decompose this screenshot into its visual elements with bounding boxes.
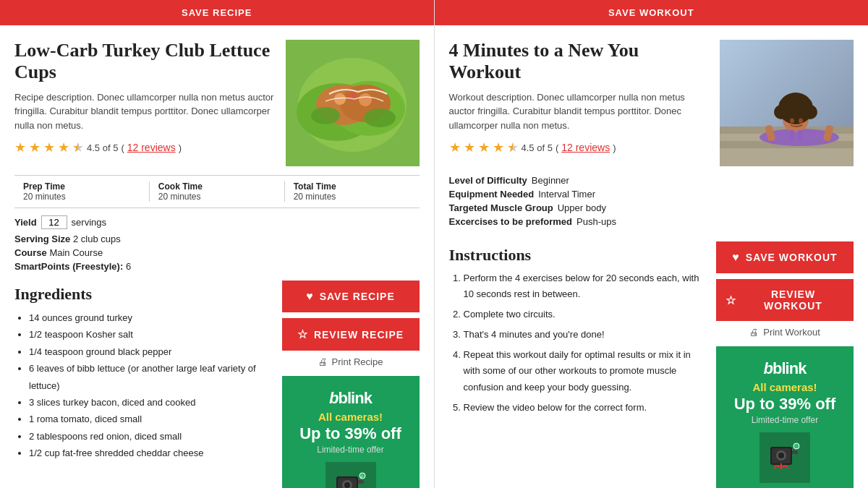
yield-unit: servings — [72, 217, 106, 228]
svg-point-35 — [799, 119, 803, 124]
ad-product-right — [760, 432, 810, 483]
w-star-4: ★ — [493, 140, 504, 155]
yield-input[interactable] — [41, 215, 67, 229]
svg-point-34 — [790, 119, 794, 124]
prep-time: Prep Time 20 minutes — [14, 181, 149, 202]
svg-rect-16 — [358, 480, 364, 484]
ingredients-list: 14 ounces ground turkey 1/2 teaspoon Kos… — [14, 309, 271, 462]
svg-point-8 — [359, 93, 372, 106]
ad-tagline-left: All cameras! — [294, 411, 408, 423]
ingredient-4: 6 leaves of bibb lettuce (or another lar… — [29, 360, 271, 394]
recipe-rating: ★ ★ ★ ★ ★★ 4.5 of 5 ( 12 reviews ) — [14, 140, 274, 155]
svg-point-32 — [801, 99, 812, 111]
svg-rect-23 — [720, 148, 854, 166]
w-rating-text: 4.5 of 5 — [522, 142, 553, 153]
save-workout-button[interactable]: ♥ SAVE WORKOUT — [716, 241, 854, 273]
left-ad-banner[interactable]: bblink All cameras! Up to 39% off Limite… — [282, 376, 420, 488]
ad-offer-right: Up to 39% off — [728, 395, 842, 414]
recipe-header: SAVE RECIPE — [0, 0, 434, 25]
star-2: ★ — [29, 140, 41, 155]
instruction-4: Repeat this workout daily for optimal re… — [464, 347, 705, 395]
difficulty-row: Level of Difficulty Beginner — [449, 175, 854, 186]
time-row: Prep Time 20 minutes Cook Time 20 minute… — [14, 175, 420, 208]
rating-text: 4.5 of 5 — [87, 142, 118, 153]
w-reviews-link[interactable]: 12 reviews — [561, 142, 610, 153]
right-ad-banner[interactable]: bblink All cameras! Up to 39% off Limite… — [716, 346, 854, 488]
course-row: Course Main Course — [14, 247, 420, 258]
rating-paren: ( — [121, 142, 124, 153]
printer-icon: 🖨 — [318, 356, 328, 367]
recipe-title: Low-Carb Turkey Club Lettuce Cups — [14, 40, 274, 83]
total-time: Total Time 20 minutes — [284, 181, 420, 202]
ad-limited-right: Limited-time offer — [728, 415, 842, 425]
review-recipe-button[interactable]: ☆ REVIEW RECIPE — [282, 318, 420, 351]
heart-icon-workout: ♥ — [732, 251, 740, 264]
workout-description: Workout description. Donec ullamcorper n… — [449, 90, 709, 133]
ingredient-2: 1/2 teaspoon Kosher salt — [29, 326, 271, 343]
star-3: ★ — [43, 140, 55, 155]
blink-logo-left: bblink — [294, 389, 408, 408]
heart-icon: ♥ — [306, 290, 314, 303]
recipe-description: Recipe description. Donec ullamcorper nu… — [14, 90, 274, 133]
blink-logo-right: bblink — [728, 359, 842, 378]
svg-rect-43 — [792, 450, 798, 454]
ad-product-left: ✓ — [326, 462, 376, 488]
svg-point-33 — [791, 96, 801, 106]
w-star-1: ★ — [449, 140, 461, 155]
workout-image — [720, 40, 854, 166]
svg-point-10 — [364, 108, 396, 127]
ad-offer-left: Up to 39% off — [294, 424, 408, 443]
exercises-row: Excercises to be preformed Push-ups — [449, 216, 854, 227]
svg-point-44 — [793, 443, 799, 449]
ingredient-5: 3 slices turkey bacon, diced and cooked — [29, 394, 271, 411]
ingredient-6: 1 roma tomato, diced small — [29, 411, 271, 427]
yield-row: Yield servings — [14, 215, 420, 229]
ingredients-title: Ingredients — [14, 285, 271, 304]
recipe-image — [286, 40, 420, 166]
cook-time: Cook Time 20 minutes — [149, 181, 284, 202]
star-outline-icon: ☆ — [297, 328, 308, 341]
workout-title: 4 Minutes to a New You Workout — [449, 40, 709, 83]
svg-point-15 — [344, 482, 350, 488]
print-workout-row[interactable]: 🖨 Print Workout — [716, 327, 854, 338]
yield-label: Yield — [14, 217, 37, 228]
svg-point-31 — [779, 99, 791, 111]
ingredient-1: 14 ounces ground turkey — [29, 309, 271, 326]
svg-point-42 — [778, 453, 784, 458]
star-4: ★ — [58, 140, 69, 155]
instruction-3: That's 4 minutes and you're done! — [464, 327, 705, 343]
instructions-title: Instructions — [449, 246, 705, 265]
svg-rect-36 — [790, 130, 794, 141]
star-5-half: ★★ — [72, 140, 84, 155]
review-workout-button[interactable]: ☆ REVIEW WORKOUT — [716, 279, 854, 321]
svg-text:✓: ✓ — [359, 474, 364, 479]
instruction-1: Perform the 4 exercises below for 20 sec… — [464, 270, 705, 302]
muscle-row: Targeted Muscle Group Upper body — [449, 202, 854, 213]
print-recipe-row[interactable]: 🖨 Print Recipe — [282, 356, 420, 367]
svg-rect-37 — [798, 130, 802, 141]
svg-point-9 — [311, 107, 340, 124]
w-star-3: ★ — [478, 140, 490, 155]
w-star-2: ★ — [464, 140, 475, 155]
rating-paren-close: ) — [179, 142, 182, 153]
save-recipe-button[interactable]: ♥ SAVE RECIPE — [282, 281, 420, 312]
smartpoints-row: SmartPoints (Freestyle): 6 — [14, 261, 420, 272]
ad-limited-left: Limited-time offer — [294, 445, 408, 455]
instruction-5: Review the video below for the correct f… — [464, 400, 705, 416]
instruction-2: Complete two circuits. — [464, 307, 705, 322]
ingredient-8: 1/2 cup fat-free shredded cheddar cheese — [29, 445, 271, 461]
ad-tagline-right: All cameras! — [728, 381, 842, 393]
w-star-5-half: ★★ — [507, 140, 519, 155]
workout-details: Level of Difficulty Beginner Equipment N… — [449, 175, 854, 227]
serving-size-row: Serving Size 2 club cups — [14, 234, 420, 244]
ingredient-7: 2 tablespoons red onion, diced small — [29, 428, 271, 445]
star-1: ★ — [14, 140, 26, 155]
equipment-row: Equipment Needed Interval Timer — [449, 189, 854, 200]
instructions-list: Perform the 4 exercises below for 20 sec… — [449, 270, 705, 416]
reviews-link[interactable]: 12 reviews — [127, 142, 176, 153]
printer-icon-workout: 🖨 — [749, 327, 759, 338]
star-outline-icon-workout: ☆ — [726, 294, 736, 307]
workout-header: SAVE WORKOUT — [435, 0, 869, 25]
workout-rating: ★ ★ ★ ★ ★★ 4.5 of 5 ( 12 reviews ) — [449, 140, 709, 155]
ingredient-3: 1/4 teaspoon ground black pepper — [29, 343, 271, 360]
